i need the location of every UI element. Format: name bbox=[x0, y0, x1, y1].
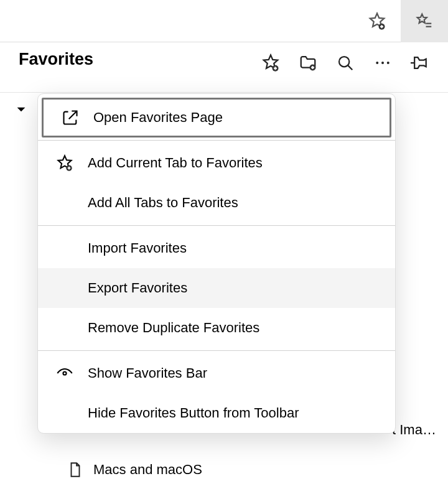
list-item[interactable]: Macs and macOS bbox=[67, 462, 202, 478]
search-icon bbox=[336, 54, 355, 72]
menu-item-label: Export Favorites bbox=[88, 280, 187, 296]
menu-item-add-current[interactable]: Add Current Tab to Favorites bbox=[38, 143, 395, 183]
more-action[interactable] bbox=[370, 50, 396, 76]
star-list-icon bbox=[415, 12, 434, 30]
divider bbox=[0, 92, 448, 93]
menu-item-hide-button[interactable]: Hide Favorites Button from Toolbar bbox=[38, 393, 395, 433]
add-favorite-button[interactable] bbox=[353, 0, 401, 42]
star-plus-icon bbox=[56, 154, 73, 172]
menu-item-show-bar[interactable]: Show Favorites Bar bbox=[38, 353, 395, 393]
svg-point-9 bbox=[387, 62, 390, 64]
list-item-label: t Ima… bbox=[392, 422, 436, 438]
page-title: Favorites bbox=[19, 50, 93, 69]
favorites-more-menu: Open Favorites Page Add Current Tab to F… bbox=[37, 93, 396, 434]
menu-item-label: Import Favorites bbox=[88, 240, 187, 256]
star-plus-icon bbox=[261, 54, 280, 72]
favorites-header-actions bbox=[258, 50, 433, 76]
browser-toolbar bbox=[0, 0, 448, 42]
menu-item-label: Remove Duplicate Favorites bbox=[88, 320, 259, 336]
list-item[interactable]: t Ima… bbox=[392, 422, 442, 438]
menu-separator bbox=[38, 140, 395, 141]
menu-item-label: Open Favorites Page bbox=[93, 110, 223, 126]
svg-point-11 bbox=[63, 371, 66, 375]
favorites-header: Favorites bbox=[19, 50, 93, 69]
menu-item-label: Hide Favorites Button from Toolbar bbox=[88, 405, 299, 421]
menu-item-dedupe[interactable]: Remove Duplicate Favorites bbox=[38, 308, 395, 348]
svg-point-8 bbox=[381, 62, 384, 64]
search-action[interactable] bbox=[332, 50, 358, 76]
svg-point-7 bbox=[376, 62, 378, 64]
add-folder-action[interactable] bbox=[295, 50, 321, 76]
ellipsis-icon bbox=[373, 54, 392, 72]
menu-item-export[interactable]: Export Favorites bbox=[38, 268, 395, 308]
menu-item-import[interactable]: Import Favorites bbox=[38, 228, 395, 268]
pin-icon bbox=[411, 54, 429, 72]
pin-action[interactable] bbox=[407, 50, 433, 76]
folder-plus-icon bbox=[299, 54, 317, 72]
page-icon bbox=[67, 462, 83, 478]
chevron-down-icon bbox=[16, 105, 26, 114]
menu-separator bbox=[38, 225, 395, 226]
star-plus-icon bbox=[368, 12, 386, 30]
favorites-list-button[interactable] bbox=[401, 0, 448, 42]
menu-item-open-page[interactable]: Open Favorites Page bbox=[42, 98, 391, 137]
menu-item-label: Show Favorites Bar bbox=[88, 365, 207, 381]
svg-point-5 bbox=[339, 57, 349, 67]
list-item-label: Macs and macOS bbox=[93, 462, 202, 478]
menu-item-label: Add Current Tab to Favorites bbox=[88, 155, 263, 171]
tree-expand-toggle[interactable] bbox=[16, 105, 26, 117]
eye-icon bbox=[56, 365, 73, 382]
external-link-icon bbox=[62, 109, 79, 126]
menu-item-add-all[interactable]: Add All Tabs to Favorites bbox=[38, 183, 395, 223]
add-favorite-action[interactable] bbox=[258, 50, 284, 76]
menu-separator bbox=[38, 350, 395, 351]
menu-item-label: Add All Tabs to Favorites bbox=[88, 195, 238, 211]
svg-line-6 bbox=[348, 65, 352, 70]
